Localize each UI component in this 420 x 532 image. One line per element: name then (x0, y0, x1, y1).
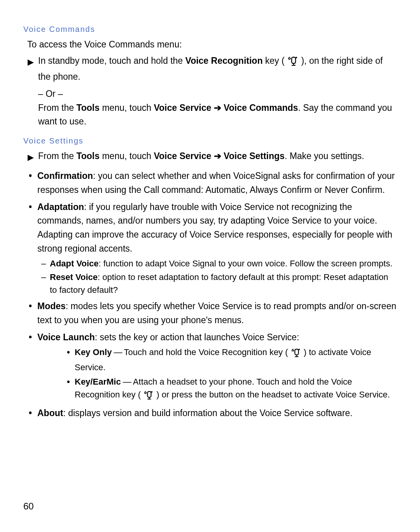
list-item-confirmation: Confirmation: you can select whether and… (29, 169, 397, 197)
text: : if you regularly have trouble with Voi… (37, 202, 392, 254)
voice-settings-step: From the Tools menu, touch Voice Service… (27, 149, 397, 166)
label-confirmation: Confirmation (37, 171, 93, 181)
manual-page: Voice Commands To access the Voice Comma… (0, 0, 420, 532)
text: : displays version and build information… (63, 408, 352, 418)
svg-point-13 (151, 391, 153, 393)
text: : sets the key or action that launches V… (95, 332, 299, 342)
label-adaptation: Adaptation (37, 202, 84, 212)
voice-commands-step-alt: From the Tools menu, touch Voice Service… (38, 101, 397, 129)
label-key-earmic: Key/EarMic (75, 377, 121, 387)
label-about: About (37, 408, 63, 418)
voice-recognition-key-icon (287, 56, 298, 70)
em-dash: — (121, 377, 133, 387)
voice-recognition-key-icon (291, 348, 301, 361)
bold-voice-service: Voice Service (154, 151, 211, 161)
text: ) or press the button on the headset to … (154, 390, 390, 399)
bold-voice-service: Voice Service (154, 103, 211, 113)
voice-settings-step-body: From the Tools menu, touch Voice Service… (38, 149, 397, 163)
svg-rect-6 (295, 349, 298, 355)
triangle-icon (27, 56, 34, 70)
svg-point-4 (296, 57, 297, 58)
voice-launch-sublist: Key Only — Touch and hold the Voice Reco… (67, 346, 397, 403)
text: key ( (262, 56, 287, 66)
em-dash: — (112, 347, 124, 357)
svg-marker-0 (28, 60, 34, 66)
voice-commands-intro: To access the Voice Commands menu: (27, 38, 397, 52)
subitem-key-earmic: Key/EarMic — Attach a headset to your ph… (67, 375, 397, 403)
label-key-only: Key Only (75, 347, 112, 357)
text: From the (38, 103, 76, 113)
list-item-voice-launch: Voice Launch: sets the key or action tha… (29, 331, 397, 404)
text: Touch and hold the Voice Recognition key… (124, 347, 290, 357)
text: From the (38, 151, 76, 161)
voice-commands-step: In standby mode, touch and hold the Voic… (27, 54, 397, 129)
section-heading-voice-commands: Voice Commands (23, 23, 397, 35)
voice-recognition-key-icon (144, 390, 154, 403)
svg-point-9 (298, 349, 300, 350)
section-heading-voice-settings: Voice Settings (23, 135, 397, 147)
svg-rect-10 (147, 392, 151, 397)
adaptation-sublist: Adapt Voice: function to adapt Voice Sig… (37, 257, 397, 296)
label-voice-launch: Voice Launch (37, 332, 95, 342)
bold-voice-recognition: Voice Recognition (186, 56, 263, 66)
bold-voice-settings: Voice Settings (224, 151, 285, 161)
text: . Make you settings. (285, 151, 364, 161)
text: menu, touch (100, 103, 154, 113)
text: menu, touch (100, 151, 154, 161)
label-adapt-voice: Adapt Voice (50, 259, 99, 268)
list-item-modes: Modes: modes lets you specify whether Vo… (29, 299, 397, 327)
text: : option to reset adaptation to factory … (50, 272, 388, 295)
voice-commands-step-body: In standby mode, touch and hold the Voic… (38, 54, 397, 129)
subitem-key-only: Key Only — Touch and hold the Voice Reco… (67, 346, 397, 374)
bold-tools: Tools (76, 151, 100, 161)
list-item-adaptation: Adaptation: if you regularly have troubl… (29, 200, 397, 297)
text: : function to adapt Voice Signal to your… (99, 259, 393, 268)
subitem-adapt-voice: Adapt Voice: function to adapt Voice Sig… (41, 257, 397, 270)
label-modes: Modes (37, 301, 66, 311)
arrow-icon: ➔ (211, 103, 224, 113)
or-line: – Or – (38, 87, 397, 101)
bold-tools: Tools (76, 103, 100, 113)
svg-marker-5 (28, 155, 34, 161)
subitem-reset-voice: Reset Voice: option to reset adaptation … (41, 271, 397, 296)
arrow-icon: ➔ (211, 151, 224, 161)
label-reset-voice: Reset Voice (50, 272, 98, 282)
list-item-about: About: displays version and build inform… (29, 406, 397, 420)
triangle-icon (27, 152, 34, 166)
svg-rect-1 (292, 57, 296, 63)
settings-bullet-list: Confirmation: you can select whether and… (23, 169, 397, 420)
page-number: 60 (23, 499, 34, 513)
text: : modes lets you specify whether Voice S… (37, 301, 396, 325)
bold-voice-commands: Voice Commands (224, 103, 298, 113)
text: In standby mode, touch and hold the (38, 56, 186, 66)
